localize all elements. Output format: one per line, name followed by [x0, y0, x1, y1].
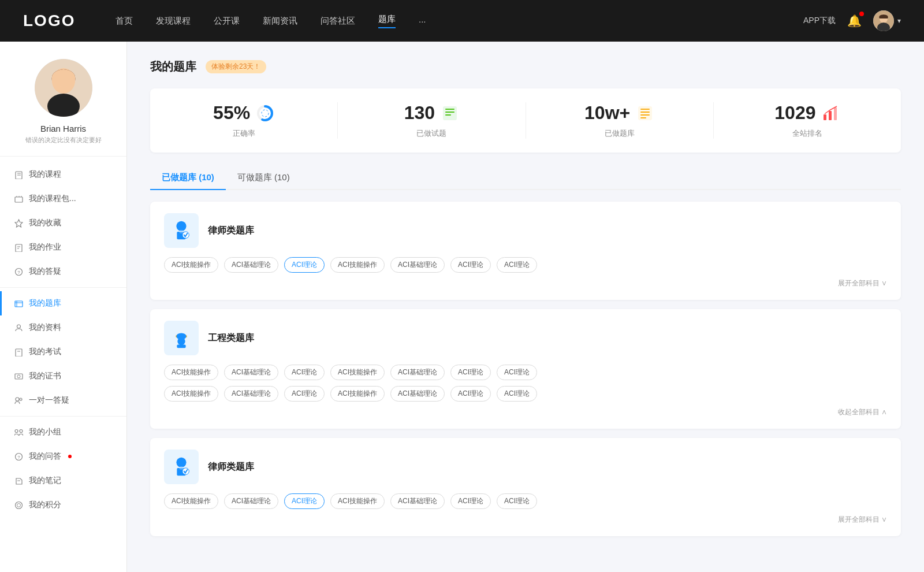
sidebar-item-group[interactable]: 我的小组 — [0, 420, 126, 444]
tag-1-7[interactable]: ACI技能操作 — [164, 386, 218, 402]
sidebar-item-course-package[interactable]: 我的课程包... — [0, 187, 126, 211]
svg-text:?: ? — [17, 269, 20, 274]
exam-icon — [14, 347, 23, 356]
sidebar-item-homework[interactable]: 我的作业 — [0, 235, 126, 259]
sidebar-item-exam[interactable]: 我的考试 — [0, 340, 126, 364]
tag-1-1[interactable]: ACI基础理论 — [224, 365, 278, 380]
tag-1-13[interactable]: ACI理论 — [497, 386, 537, 402]
sidebar-item-courses[interactable]: 我的课程 — [0, 162, 126, 187]
tag-1-10[interactable]: ACI技能操作 — [330, 386, 385, 402]
tag-0-0[interactable]: ACI技能操作 — [164, 257, 218, 273]
sidebar-item-my-qa[interactable]: ? 我的问答 — [0, 444, 126, 469]
stat-done-banks-value: 10w+ — [584, 102, 630, 124]
svg-point-38 — [262, 110, 269, 117]
menu-divider-2 — [0, 416, 126, 417]
svg-rect-46 — [640, 114, 650, 116]
tag-1-2[interactable]: ACI理论 — [284, 365, 325, 380]
profile-motto: 错误的决定比没有决定要好 — [25, 136, 102, 144]
bank-tags-lawyer-1: ACI技能操作 ACI基础理论 ACI理论 ACI技能操作 ACI基础理论 AC… — [164, 257, 887, 273]
tag-1-8[interactable]: ACI基础理论 — [224, 386, 278, 402]
sidebar-item-certificate[interactable]: 我的证书 — [0, 364, 126, 388]
tag-0-5[interactable]: ACI理论 — [450, 257, 491, 273]
sidebar-item-notes-label: 我的笔记 — [29, 476, 61, 486]
tab-available-banks[interactable]: 可做题库 (10) — [226, 166, 301, 189]
nav-question-bank[interactable]: 题库 — [378, 14, 396, 28]
toggle-engineer[interactable]: 收起全部科目 ∧ — [838, 407, 887, 417]
tag-1-6[interactable]: ACI理论 — [497, 365, 537, 380]
nav-open-course[interactable]: 公开课 — [214, 16, 240, 27]
sidebar-item-exam-label: 我的考试 — [29, 347, 61, 357]
bank-title-lawyer-1: 律师类题库 — [208, 225, 254, 237]
tag-1-4[interactable]: ACI基础理论 — [390, 365, 445, 380]
tag-0-2[interactable]: ACI理论 — [284, 257, 325, 273]
sidebar-item-profile[interactable]: 我的资料 — [0, 315, 126, 340]
sidebar-item-questions[interactable]: ? 我的答疑 — [0, 259, 126, 284]
svg-point-28 — [20, 398, 22, 400]
user-avatar-menu[interactable]: ▾ — [873, 10, 901, 31]
sidebar-item-courses-label: 我的课程 — [29, 169, 61, 180]
tab-done-banks[interactable]: 已做题库 (10) — [150, 166, 226, 189]
tag-2-1[interactable]: ACI基础理论 — [224, 493, 278, 509]
tag-1-11[interactable]: ACI基础理论 — [390, 386, 445, 402]
profile-avatar — [35, 59, 92, 117]
app-download-button[interactable]: APP下载 — [803, 16, 836, 26]
trial-badge: 体验剩余23天！ — [206, 60, 266, 73]
tag-2-2[interactable]: ACI理论 — [284, 493, 325, 509]
question-bank-icon — [14, 299, 23, 308]
tag-1-3[interactable]: ACI技能操作 — [330, 365, 385, 380]
done-questions-icon — [441, 104, 459, 122]
sidebar-item-homework-label: 我的作业 — [29, 242, 61, 252]
notification-bell[interactable]: 🔔 — [847, 14, 862, 28]
svg-rect-39 — [443, 106, 457, 120]
nav-qa[interactable]: 问答社区 — [321, 16, 355, 27]
tag-1-12[interactable]: ACI理论 — [450, 386, 491, 402]
svg-rect-44 — [640, 109, 650, 110]
logo: LOGO — [23, 12, 81, 30]
tag-1-9[interactable]: ACI理论 — [284, 386, 325, 402]
sidebar-item-question-bank[interactable]: 我的题库 — [0, 291, 126, 315]
bank-card-lawyer-1-header: 律师类题库 — [164, 213, 887, 248]
nav-home[interactable]: 首页 — [116, 16, 133, 27]
tag-0-1[interactable]: ACI基础理论 — [224, 257, 278, 273]
stats-row: 55% 正确率 130 — [150, 88, 901, 153]
tag-2-6[interactable]: ACI理论 — [497, 493, 537, 509]
svg-rect-42 — [445, 114, 451, 116]
tag-0-6[interactable]: ACI理论 — [497, 257, 537, 273]
stat-ranking: 1029 全站排名 — [714, 102, 901, 139]
svg-text:?: ? — [17, 454, 20, 459]
bank-card-lawyer-2: 律师类题库 ACI技能操作 ACI基础理论 ACI理论 ACI技能操作 ACI基… — [150, 438, 901, 536]
tag-0-4[interactable]: ACI基础理论 — [390, 257, 445, 273]
bank-tags-engineer-row2: ACI技能操作 ACI基础理论 ACI理论 ACI技能操作 ACI基础理论 AC… — [164, 386, 887, 402]
tag-0-3[interactable]: ACI技能操作 — [330, 257, 385, 273]
stat-ranking-top: 1029 — [774, 102, 840, 124]
tag-2-3[interactable]: ACI技能操作 — [330, 493, 385, 509]
sidebar-item-course-package-label: 我的课程包... — [29, 194, 76, 204]
stat-accuracy-value: 55% — [213, 102, 250, 124]
sidebar-item-1on1[interactable]: 一对一答疑 — [0, 388, 126, 413]
nav-discover[interactable]: 发现课程 — [156, 16, 191, 27]
questions-icon: ? — [14, 267, 23, 276]
svg-point-51 — [176, 221, 186, 231]
tag-2-4[interactable]: ACI基础理论 — [390, 493, 445, 509]
certificate-icon — [14, 372, 23, 381]
tag-2-0[interactable]: ACI技能操作 — [164, 493, 218, 509]
sidebar-item-notes[interactable]: 我的笔记 — [0, 469, 126, 493]
tag-1-0[interactable]: ACI技能操作 — [164, 365, 218, 380]
svg-rect-40 — [445, 109, 454, 110]
page-title: 我的题库 — [150, 59, 196, 75]
profile-section: Brian Harris 错误的决定比没有决定要好 — [0, 59, 126, 157]
sidebar-item-favorites[interactable]: 我的收藏 — [0, 211, 126, 235]
sidebar-item-points[interactable]: 我的积分 — [0, 493, 126, 517]
bank-tags-lawyer-2: ACI技能操作 ACI基础理论 ACI理论 ACI技能操作 ACI基础理论 AC… — [164, 493, 887, 509]
tag-2-5[interactable]: ACI理论 — [450, 493, 491, 509]
nav-more[interactable]: ··· — [419, 16, 426, 26]
stat-ranking-value: 1029 — [774, 102, 815, 124]
toggle-lawyer-2[interactable]: 展开全部科目 ∨ — [838, 515, 887, 525]
nav-news[interactable]: 新闻资讯 — [263, 16, 297, 27]
stat-accuracy-label: 正确率 — [233, 128, 255, 139]
bank-card-engineer: 工程类题库 ACI技能操作 ACI基础理论 ACI理论 ACI技能操作 ACI基… — [150, 309, 901, 429]
svg-rect-58 — [177, 344, 185, 348]
points-icon — [14, 500, 23, 510]
toggle-lawyer-1[interactable]: 展开全部科目 ∨ — [838, 278, 887, 288]
tag-1-5[interactable]: ACI理论 — [450, 365, 491, 380]
